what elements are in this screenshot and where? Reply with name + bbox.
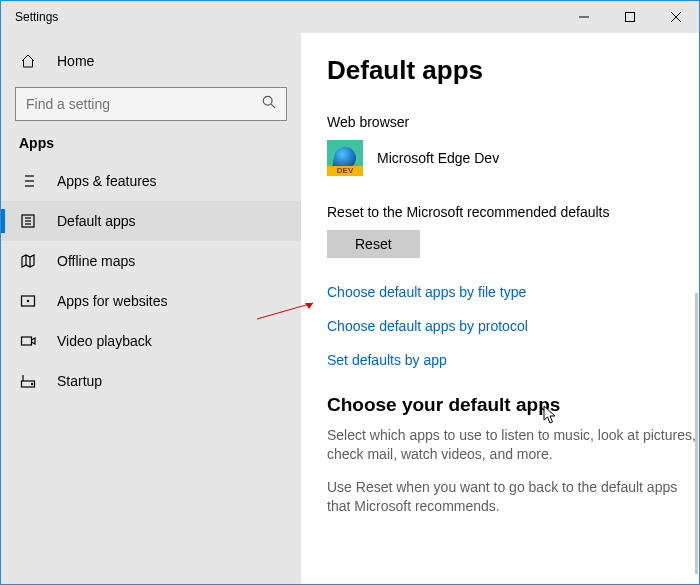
minimize-button[interactable] — [561, 1, 607, 33]
website-icon — [19, 293, 37, 309]
sidebar-item-apps-websites[interactable]: Apps for websites — [1, 281, 301, 321]
window-controls — [561, 1, 699, 33]
sidebar-home-label: Home — [37, 53, 94, 69]
sidebar-item-label: Video playback — [37, 333, 152, 349]
startup-icon — [19, 373, 37, 389]
link-file-type[interactable]: Choose default apps by file type — [327, 284, 699, 300]
content: Default apps Web browser DEV Microsoft E… — [301, 33, 699, 584]
web-browser-label: Web browser — [327, 114, 699, 130]
link-protocol[interactable]: Choose default apps by protocol — [327, 318, 699, 334]
sidebar-item-offline-maps[interactable]: Offline maps — [1, 241, 301, 281]
page-title: Default apps — [327, 55, 699, 86]
svg-line-24 — [257, 303, 313, 319]
svg-point-19 — [27, 300, 28, 301]
svg-rect-1 — [626, 13, 635, 22]
svg-line-5 — [271, 104, 275, 108]
svg-point-4 — [263, 96, 272, 105]
svg-marker-25 — [305, 303, 313, 309]
link-by-app[interactable]: Set defaults by app — [327, 352, 699, 368]
scrollbar[interactable] — [695, 293, 698, 574]
web-browser-selector[interactable]: DEV Microsoft Edge Dev — [327, 140, 699, 176]
search-input[interactable] — [15, 87, 287, 121]
map-icon — [19, 253, 37, 269]
close-button[interactable] — [653, 1, 699, 33]
cursor-icon — [543, 405, 559, 425]
titlebar: Settings — [1, 1, 699, 33]
sidebar-item-label: Apps for websites — [37, 293, 168, 309]
svg-point-23 — [31, 383, 32, 384]
defaults-icon — [19, 213, 37, 229]
sidebar-item-label: Default apps — [37, 213, 136, 229]
choose-desc-1: Select which apps to use to listen to mu… — [327, 426, 697, 464]
home-icon — [19, 53, 37, 69]
sidebar-item-apps-features[interactable]: Apps & features — [1, 161, 301, 201]
sidebar-item-label: Apps & features — [37, 173, 157, 189]
edge-dev-icon: DEV — [327, 140, 363, 176]
list-icon — [19, 173, 37, 189]
search-field[interactable] — [26, 96, 262, 112]
sidebar-home[interactable]: Home — [1, 43, 301, 79]
choose-desc-2: Use Reset when you want to go back to th… — [327, 478, 697, 516]
sidebar-item-startup[interactable]: Startup — [1, 361, 301, 401]
choose-heading: Choose your default apps — [327, 394, 699, 416]
sidebar: Home Apps Apps & features Default apps — [1, 33, 301, 584]
reset-button[interactable]: Reset — [327, 230, 420, 258]
maximize-button[interactable] — [607, 1, 653, 33]
sidebar-item-default-apps[interactable]: Default apps — [1, 201, 301, 241]
web-browser-name: Microsoft Edge Dev — [377, 150, 499, 166]
sidebar-item-label: Startup — [37, 373, 102, 389]
video-icon — [19, 333, 37, 349]
reset-description: Reset to the Microsoft recommended defau… — [327, 204, 699, 220]
window-title: Settings — [1, 10, 58, 24]
sidebar-item-video-playback[interactable]: Video playback — [1, 321, 301, 361]
svg-rect-20 — [22, 337, 32, 345]
sidebar-section-title: Apps — [1, 135, 301, 161]
annotation-arrow — [257, 301, 317, 321]
sidebar-item-label: Offline maps — [37, 253, 135, 269]
search-icon — [262, 95, 276, 113]
